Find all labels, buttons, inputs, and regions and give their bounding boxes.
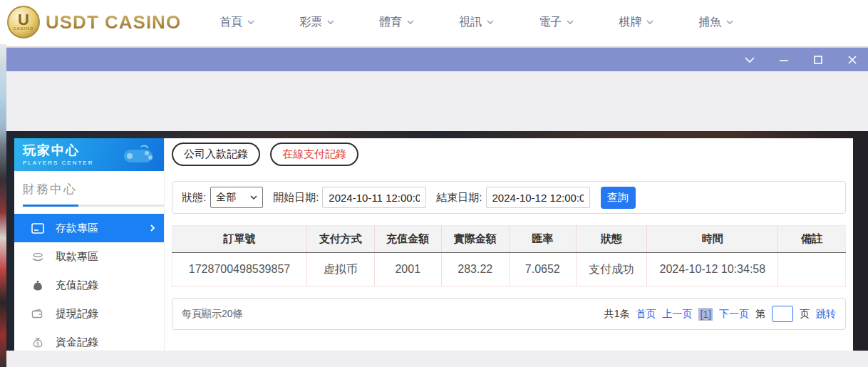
start-date-input[interactable] bbox=[322, 187, 426, 208]
close-icon[interactable] bbox=[847, 54, 858, 66]
sidebar: 玩家中心 PLAYERS CENTER 財務中心 bbox=[14, 138, 165, 351]
jump-button[interactable]: 跳转 bbox=[816, 308, 836, 321]
prev-page-link[interactable]: 上一页 bbox=[662, 308, 692, 321]
money-record-icon: $ bbox=[31, 337, 44, 348]
cell-remark bbox=[778, 253, 846, 286]
cell-rate: 7.0652 bbox=[509, 253, 577, 286]
dialog-titlebar[interactable] bbox=[6, 48, 868, 71]
chevron-down-icon bbox=[326, 19, 335, 25]
col-order-no: 訂單號 bbox=[172, 226, 307, 253]
page-size-text: 每頁顯示20條 bbox=[182, 308, 243, 321]
chevron-down-icon bbox=[566, 19, 574, 25]
sidebar-item-label: 取款專區 bbox=[56, 250, 98, 264]
dialog-body: 玩家中心 PLAYERS CENTER 財務中心 bbox=[6, 71, 868, 367]
cell-actual-amount: 283.22 bbox=[442, 253, 510, 286]
cell-order-no: 1728700498539857 bbox=[172, 253, 307, 286]
player-center-dialog: 玩家中心 PLAYERS CENTER 財務中心 bbox=[6, 46, 868, 367]
col-remark: 備註 bbox=[778, 226, 846, 253]
page-jump-input[interactable] bbox=[772, 306, 793, 322]
nav-label: 首頁 bbox=[219, 15, 242, 30]
sidebar-header: 玩家中心 PLAYERS CENTER bbox=[14, 138, 164, 171]
start-date-label: 開始日期: bbox=[273, 191, 319, 205]
hand-coins-icon bbox=[31, 252, 44, 262]
sidebar-section: 財務中心 bbox=[14, 171, 164, 207]
nav-label: 彩票 bbox=[299, 15, 322, 30]
player-center-panel: 玩家中心 PLAYERS CENTER 財務中心 bbox=[14, 138, 853, 351]
jump-suffix-text: 页 bbox=[800, 308, 810, 321]
sidebar-item-withdrawal-records[interactable]: 提現記錄 bbox=[14, 299, 164, 328]
nav-item-live[interactable]: 視訊 bbox=[459, 15, 495, 30]
next-page-link[interactable]: 下一页 bbox=[719, 308, 749, 321]
col-time: 時間 bbox=[647, 226, 778, 253]
maximize-icon[interactable] bbox=[812, 54, 824, 66]
sidebar-item-label: 資金記錄 bbox=[56, 336, 98, 349]
table-row: 1728700498539857 虚拟币 2001 283.22 7.0652 … bbox=[172, 253, 846, 286]
coin-logo-icon: U CASINO bbox=[7, 6, 40, 38]
status-select-value: 全部 bbox=[216, 191, 236, 204]
main-content: 公司入款記錄 在線支付記錄 狀態: 全部 開始日期: 結束日期: 查詢 bbox=[165, 138, 853, 351]
sidebar-item-recharge-records[interactable]: 充值記錄 bbox=[14, 271, 164, 299]
col-actual-amount: 實際金額 bbox=[442, 226, 510, 253]
coin-letter: U bbox=[18, 14, 29, 26]
tab-online-payment-records[interactable]: 在線支付記錄 bbox=[270, 143, 358, 166]
chevron-down-icon bbox=[247, 19, 255, 25]
chevron-down-icon bbox=[646, 19, 654, 25]
nav-item-home[interactable]: 首頁 bbox=[219, 15, 255, 30]
nav-label: 電子 bbox=[539, 15, 562, 30]
wallet-icon bbox=[31, 309, 44, 319]
deposit-card-icon bbox=[31, 223, 44, 234]
nav-item-fishing[interactable]: 捕魚 bbox=[698, 15, 734, 30]
site-logo[interactable]: U CASINO USDT CASINO bbox=[7, 6, 181, 38]
sidebar-item-withdraw-zone[interactable]: 取款專區 bbox=[14, 242, 164, 271]
cell-time: 2024-10-12 10:34:58 bbox=[647, 253, 778, 286]
col-pay-method: 支付方式 bbox=[307, 226, 375, 253]
site-header: U CASINO USDT CASINO 首頁 彩票 體育 視訊 電子 棋牌 bbox=[0, 0, 868, 44]
record-tabs: 公司入款記錄 在線支付記錄 bbox=[172, 143, 846, 166]
cell-recharge-amount: 2001 bbox=[374, 253, 442, 286]
tab-company-deposit-records[interactable]: 公司入款記錄 bbox=[172, 143, 260, 166]
money-bag-icon bbox=[31, 279, 44, 291]
main-nav: 首頁 彩票 體育 視訊 電子 棋牌 捕魚 bbox=[219, 15, 734, 30]
sidebar-divider bbox=[23, 205, 164, 207]
nav-label: 捕魚 bbox=[698, 15, 721, 30]
collapse-icon[interactable] bbox=[744, 54, 755, 66]
sidebar-item-label: 提現記錄 bbox=[56, 307, 98, 321]
gamepad-icon bbox=[120, 143, 157, 168]
chevron-down-icon bbox=[406, 19, 415, 25]
pagination-bar: 每頁顯示20條 共1条 首页 上一页 [1] 下一页 第 页 跳转 bbox=[172, 298, 846, 330]
nav-item-sports[interactable]: 體育 bbox=[379, 15, 415, 30]
nav-item-lottery[interactable]: 彩票 bbox=[299, 15, 335, 30]
total-count-text: 共1条 bbox=[604, 308, 630, 321]
col-rate: 匯率 bbox=[509, 226, 577, 253]
content-frame: 玩家中心 PLAYERS CENTER 財務中心 bbox=[6, 131, 868, 351]
first-page-link[interactable]: 首页 bbox=[636, 308, 656, 321]
col-recharge-amount: 充值金額 bbox=[374, 226, 442, 253]
nav-item-cards[interactable]: 棋牌 bbox=[619, 15, 654, 30]
pagination-controls: 共1条 首页 上一页 [1] 下一页 第 页 跳转 bbox=[604, 306, 836, 322]
sidebar-item-fund-records[interactable]: $ 資金記錄 bbox=[14, 328, 164, 356]
status-select[interactable]: 全部 bbox=[210, 187, 263, 208]
nav-label: 視訊 bbox=[459, 15, 482, 30]
nav-item-slots[interactable]: 電子 bbox=[539, 15, 574, 30]
coin-sub: CASINO bbox=[13, 26, 33, 31]
end-date-input[interactable] bbox=[486, 187, 590, 208]
background-photo-strip bbox=[0, 44, 6, 367]
cell-pay-method: 虚拟币 bbox=[307, 253, 375, 286]
table-header-row: 訂單號 支付方式 充值金額 實際金額 匯率 狀態 時間 備註 bbox=[172, 226, 846, 253]
svg-text:$: $ bbox=[36, 341, 39, 346]
filter-bar: 狀態: 全部 開始日期: 結束日期: 查詢 bbox=[172, 181, 846, 214]
chevron-right-icon bbox=[150, 224, 155, 232]
records-table: 訂單號 支付方式 充值金額 實際金額 匯率 狀態 時間 備註 bbox=[172, 225, 846, 286]
logo-text: USDT CASINO bbox=[46, 11, 181, 33]
minimize-icon[interactable] bbox=[778, 54, 790, 66]
sidebar-item-deposit-zone[interactable]: 存款專區 bbox=[14, 214, 164, 242]
sidebar-item-label: 存款專區 bbox=[56, 222, 98, 235]
current-page-indicator: [1] bbox=[698, 308, 713, 321]
search-button[interactable]: 查詢 bbox=[601, 187, 636, 209]
sidebar-section-label: 財務中心 bbox=[23, 181, 164, 197]
sidebar-item-label: 充值記錄 bbox=[56, 279, 98, 292]
chevron-down-icon bbox=[250, 195, 257, 200]
status-label: 狀態: bbox=[182, 191, 206, 205]
nav-label: 體育 bbox=[379, 15, 402, 30]
nav-label: 棋牌 bbox=[619, 15, 641, 30]
